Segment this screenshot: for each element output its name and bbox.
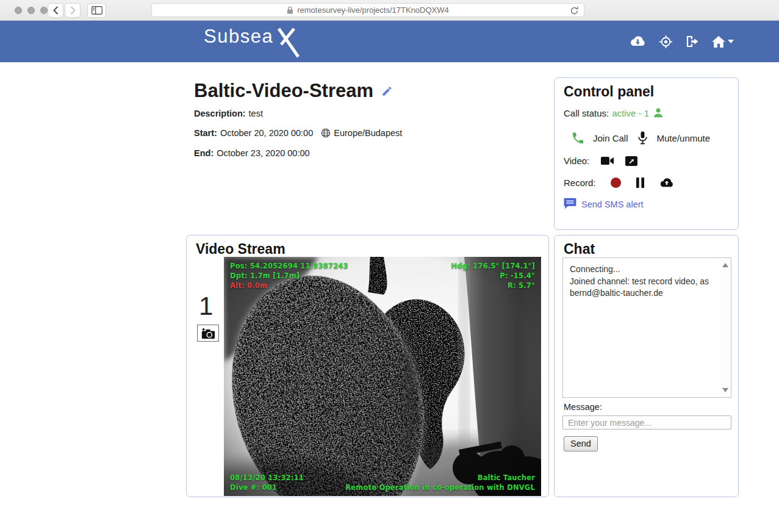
osd-datetime: 08/13/20 13:32:11: [230, 473, 304, 483]
chevron-right-icon: [70, 6, 76, 15]
page-title: Baltic-Video-Stream: [194, 80, 393, 102]
send-button[interactable]: Send: [564, 436, 598, 451]
osd-position: Pos: 54.2052694 11.9387243: [230, 261, 348, 271]
start-label: Start:: [194, 128, 217, 138]
timezone-value: Europe/Budapest: [334, 128, 402, 138]
osd-depth: Dpt: 1.7m [1.7m]: [230, 271, 348, 281]
description-value: test: [249, 109, 263, 118]
end-value: October 23, 2020 00:00: [217, 148, 309, 158]
locate-button[interactable]: [659, 35, 673, 49]
project-description: Description: test: [194, 109, 263, 118]
screen-share-button[interactable]: [625, 156, 637, 166]
home-button[interactable]: [712, 36, 734, 48]
sidebar-icon: [92, 6, 102, 15]
osd-pitch: P: -15.4°: [451, 271, 535, 281]
camera-plus-icon: [201, 328, 215, 339]
pause-button[interactable]: [636, 178, 645, 188]
video-stream-title: Video Stream: [196, 241, 548, 257]
snapshot-button[interactable]: [197, 325, 219, 342]
chat-log[interactable]: Connecting... Joined channel: test recor…: [562, 257, 731, 398]
scroll-down-arrow-icon[interactable]: [722, 388, 728, 392]
browser-chrome: remotesurvey-live/projects/17TKnoDQXW4: [0, 0, 779, 21]
osd-top-right: Hdg: 176.5° [174.1°] P: -15.4° R: 5.7°: [451, 261, 535, 290]
url-text: remotesurvey-live/projects/17TKnoDQXW4: [297, 5, 449, 15]
osd-roll: R: 5.7°: [451, 281, 535, 290]
brand-x-icon: [275, 27, 301, 58]
project-end: End: October 23, 2020 00:00: [194, 148, 310, 158]
chat-message: Joined channel: test record video, as be…: [570, 276, 716, 300]
video-label: Video:: [564, 156, 589, 166]
url-bar[interactable]: remotesurvey-live/projects/17TKnoDQXW4: [151, 3, 584, 17]
send-sms-link[interactable]: Send SMS alert: [564, 198, 729, 209]
upload-button[interactable]: [659, 178, 674, 188]
video-camera-icon: [601, 156, 614, 165]
osd-top-left: Pos: 54.2052694 11.9387243 Dpt: 1.7m [1.…: [230, 261, 348, 290]
osd-cooperation: Remote Operation in co-operation with DN…: [345, 483, 535, 492]
globe-icon: [321, 128, 331, 138]
description-label: Description:: [194, 109, 246, 118]
chat-title: Chat: [564, 241, 738, 257]
start-value: October 20, 2020 00:00: [220, 128, 313, 138]
message-input[interactable]: [562, 415, 731, 430]
cloud-upload-icon: [659, 178, 674, 188]
sms-icon: [564, 198, 576, 209]
record-button[interactable]: [611, 178, 621, 188]
pause-icon: [636, 178, 645, 188]
mute-label[interactable]: Mute/unmute: [657, 133, 711, 143]
control-panel: Control panel Call status: active - 1 Jo…: [554, 77, 739, 230]
download-button[interactable]: [630, 35, 646, 48]
call-status-value: active - 1: [612, 108, 649, 118]
project-title-text: Baltic-Video-Stream: [194, 80, 373, 102]
edit-title-button[interactable]: [381, 85, 393, 97]
chevron-left-icon: [53, 6, 59, 15]
message-label: Message:: [564, 402, 602, 412]
target-icon: [659, 35, 673, 49]
browser-window: remotesurvey-live/projects/17TKnoDQXW4 S…: [0, 0, 779, 532]
window-controls: [15, 7, 48, 14]
record-label: Record:: [564, 178, 596, 188]
call-status-label: Call status:: [564, 108, 609, 118]
join-call-label[interactable]: Join Call: [593, 133, 628, 143]
control-panel-title: Control panel: [564, 84, 738, 100]
screen-share-icon: [625, 156, 637, 166]
scroll-up-arrow-icon[interactable]: [722, 263, 728, 267]
forward-button[interactable]: [65, 3, 81, 18]
osd-heading: Hdg: 176.5° [174.1°]: [451, 261, 535, 271]
chevron-down-icon: [728, 40, 734, 43]
window-minimize-button[interactable]: [27, 7, 35, 14]
brand-logo[interactable]: Subsea: [204, 26, 301, 58]
toggle-camera-button[interactable]: [601, 156, 614, 165]
chat-message: Connecting...: [570, 264, 716, 276]
back-button[interactable]: [48, 3, 63, 18]
pencil-icon: [381, 85, 393, 97]
call-controls-row: Join Call Mute/unmute: [571, 131, 729, 145]
mute-button[interactable]: [636, 131, 649, 145]
video-stream-frame[interactable]: Pos: 54.2052694 11.9387243 Dpt: 1.7m [1.…: [224, 257, 541, 496]
cloud-download-icon: [630, 35, 646, 48]
record-controls-row: Record:: [564, 178, 729, 188]
chat-scrollbar[interactable]: [720, 258, 731, 397]
join-call-button[interactable]: [571, 131, 585, 145]
lock-icon: [287, 6, 293, 14]
sign-out-icon: [686, 35, 699, 48]
video-controls-row: Video:: [564, 156, 729, 166]
home-icon: [712, 36, 725, 48]
phone-icon: [571, 131, 585, 145]
video-stream-panel: Video Stream 1: [186, 235, 549, 497]
channel-number: 1: [199, 292, 213, 321]
project-start: Start: October 20, 2020 00:00 Europe/Bud…: [194, 128, 402, 138]
end-label: End:: [194, 148, 214, 158]
person-icon: [652, 107, 664, 119]
logout-button[interactable]: [686, 35, 699, 48]
reload-button[interactable]: [570, 6, 580, 16]
osd-bottom-right: Baltic Taucher Remote Operation in co-op…: [345, 473, 535, 492]
osd-bottom-left: 08/13/20 13:32:11 Dive #: 001: [230, 473, 304, 492]
osd-dive-number: Dive #: 001: [230, 483, 304, 492]
window-zoom-button[interactable]: [40, 7, 48, 14]
chat-panel: Chat Connecting... Joined channel: test …: [554, 235, 739, 497]
underwater-propeller-video: [224, 257, 541, 496]
sidebar-toggle-button[interactable]: [87, 3, 106, 18]
send-sms-label: Send SMS alert: [581, 200, 644, 209]
window-close-button[interactable]: [15, 7, 22, 14]
reload-icon: [570, 6, 579, 15]
